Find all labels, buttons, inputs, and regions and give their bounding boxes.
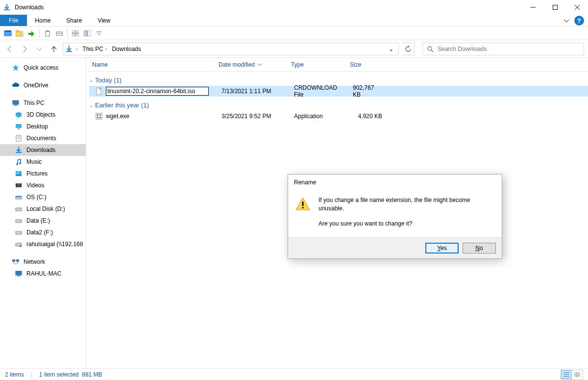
svg-point-22 bbox=[428, 47, 432, 51]
qat-share-icon[interactable] bbox=[26, 28, 36, 38]
qat-new-folder-icon[interactable]: ✦ bbox=[15, 28, 24, 38]
nav-network[interactable]: Network bbox=[0, 256, 86, 268]
breadcrumb-downloads[interactable]: Downloads bbox=[110, 43, 143, 55]
rename-dialog: Rename If you change a file name extensi… bbox=[288, 174, 502, 259]
nav-data-e[interactable]: Data (E:) bbox=[0, 215, 86, 227]
nav-desktop[interactable]: Desktop bbox=[0, 121, 86, 132]
group-earlier[interactable]: ⌄Earlier this year (1) bbox=[89, 101, 588, 111]
svg-rect-61 bbox=[574, 372, 577, 374]
tab-view[interactable]: View bbox=[90, 15, 118, 26]
minimize-button[interactable] bbox=[522, 0, 544, 15]
nav-recent-dropdown[interactable] bbox=[33, 43, 45, 55]
nav-music[interactable]: Music bbox=[0, 156, 86, 168]
network-icon bbox=[12, 258, 20, 266]
tab-home[interactable]: Home bbox=[27, 15, 58, 26]
refresh-button[interactable] bbox=[402, 43, 415, 55]
column-headers: Name Date modified Type Size bbox=[86, 58, 588, 72]
cube-icon bbox=[15, 111, 23, 119]
nav-onedrive[interactable]: OneDrive bbox=[0, 79, 86, 91]
qat-rename-icon[interactable] bbox=[54, 28, 64, 38]
rename-input[interactable]: linuxmint-20.2-cinnamon-64bit.iso bbox=[106, 87, 209, 96]
breadcrumb-this-pc[interactable]: This PC› bbox=[80, 43, 109, 55]
search-input[interactable] bbox=[438, 46, 580, 52]
svg-rect-24 bbox=[13, 101, 19, 104]
computer-icon bbox=[15, 270, 23, 278]
qat-properties-icon[interactable] bbox=[3, 28, 13, 38]
chevron-down-icon: ⌄ bbox=[89, 77, 93, 83]
nav-documents[interactable]: Documents bbox=[0, 132, 86, 144]
nav-pictures[interactable]: Pictures bbox=[0, 168, 86, 179]
qat-layout-icon[interactable] bbox=[71, 28, 80, 38]
nav-label: This PC bbox=[24, 100, 45, 106]
svg-point-32 bbox=[17, 173, 19, 174]
downloads-path-icon bbox=[65, 45, 73, 53]
nav-up-button[interactable] bbox=[48, 43, 60, 55]
column-type[interactable]: Type bbox=[286, 58, 345, 71]
nav-os-c[interactable]: OS (C:) bbox=[0, 191, 86, 203]
address-history-dropdown[interactable]: ⌄ bbox=[386, 46, 396, 52]
ribbon-collapse-button[interactable] bbox=[561, 15, 572, 26]
svg-rect-25 bbox=[14, 105, 17, 106]
svg-rect-5 bbox=[4, 30, 11, 32]
svg-rect-34 bbox=[16, 183, 17, 187]
document-icon bbox=[15, 134, 23, 142]
nav-rahul-mac[interactable]: RAHUL-MAC bbox=[0, 268, 86, 279]
file-icon bbox=[95, 87, 103, 95]
cell-date: 7/13/2021 1:11 PM bbox=[217, 88, 289, 95]
drive-icon bbox=[15, 228, 23, 236]
column-name[interactable]: Name bbox=[86, 58, 214, 71]
navigation-pane: Quick access OneDrive This PC 3D Objects… bbox=[0, 58, 86, 368]
nav-3d-objects[interactable]: 3D Objects bbox=[0, 109, 86, 121]
qat-dropdown-icon[interactable] bbox=[94, 28, 104, 38]
qat-delete-icon[interactable] bbox=[43, 28, 52, 38]
svg-rect-53 bbox=[99, 114, 101, 116]
column-size[interactable]: Size bbox=[345, 58, 384, 71]
svg-rect-19 bbox=[84, 30, 87, 36]
file-name: wget.exe bbox=[106, 113, 129, 120]
drive-icon bbox=[15, 193, 23, 201]
cell-size: 902,767 KB bbox=[348, 84, 387, 98]
file-row-iso[interactable]: linuxmint-20.2-cinnamon-64bit.iso 7/13/2… bbox=[89, 86, 588, 97]
qat-details-layout-icon[interactable] bbox=[82, 28, 92, 38]
thumbnails-view-button[interactable] bbox=[572, 370, 583, 379]
music-icon bbox=[15, 158, 23, 166]
svg-rect-10 bbox=[46, 31, 49, 36]
dialog-title: Rename bbox=[288, 175, 502, 190]
nav-label: Network bbox=[24, 258, 45, 265]
svg-rect-4 bbox=[4, 31, 11, 36]
svg-text:✦: ✦ bbox=[21, 34, 23, 37]
svg-rect-52 bbox=[97, 114, 98, 116]
nav-network-location[interactable]: rahulsaigal (\\192.168 bbox=[0, 238, 86, 250]
no-button[interactable]: No bbox=[463, 243, 496, 253]
chevron-right-icon[interactable]: › bbox=[76, 46, 77, 51]
nav-quick-access[interactable]: Quick access bbox=[0, 62, 86, 74]
nav-downloads[interactable]: Downloads bbox=[0, 144, 86, 156]
svg-rect-16 bbox=[76, 30, 79, 33]
title-bar: Downloads bbox=[0, 0, 588, 15]
svg-rect-57 bbox=[302, 207, 304, 208]
navigation-bar: › This PC› Downloads ⌄ bbox=[0, 40, 588, 58]
tab-file[interactable]: File bbox=[0, 15, 27, 26]
help-button[interactable]: ? bbox=[574, 16, 584, 25]
nav-label: Pictures bbox=[26, 170, 48, 177]
nav-forward-button[interactable] bbox=[19, 43, 30, 55]
close-button[interactable] bbox=[566, 0, 588, 15]
nav-data2-f[interactable]: Data2 (F:) bbox=[0, 227, 86, 238]
nav-local-d[interactable]: Local Disk (D:) bbox=[0, 203, 86, 215]
details-view-button[interactable] bbox=[561, 370, 572, 379]
column-date[interactable]: Date modified bbox=[214, 58, 286, 71]
search-box[interactable] bbox=[422, 43, 584, 55]
chevron-down-icon: ⌄ bbox=[89, 102, 93, 108]
tab-share[interactable]: Share bbox=[58, 15, 90, 26]
nav-back-button[interactable] bbox=[4, 43, 16, 55]
search-icon bbox=[427, 46, 434, 52]
nav-this-pc[interactable]: This PC bbox=[0, 97, 86, 109]
svg-rect-20 bbox=[88, 30, 91, 36]
yes-button[interactable]: Yes bbox=[425, 243, 459, 253]
nav-videos[interactable]: Videos bbox=[0, 179, 86, 191]
cloud-icon bbox=[12, 81, 20, 89]
address-bar[interactable]: › This PC› Downloads ⌄ bbox=[63, 43, 399, 55]
videos-icon bbox=[15, 181, 23, 189]
file-row-wget[interactable]: wget.exe 3/25/2021 9:52 PM Application 4… bbox=[89, 111, 588, 122]
maximize-button[interactable] bbox=[544, 0, 566, 15]
